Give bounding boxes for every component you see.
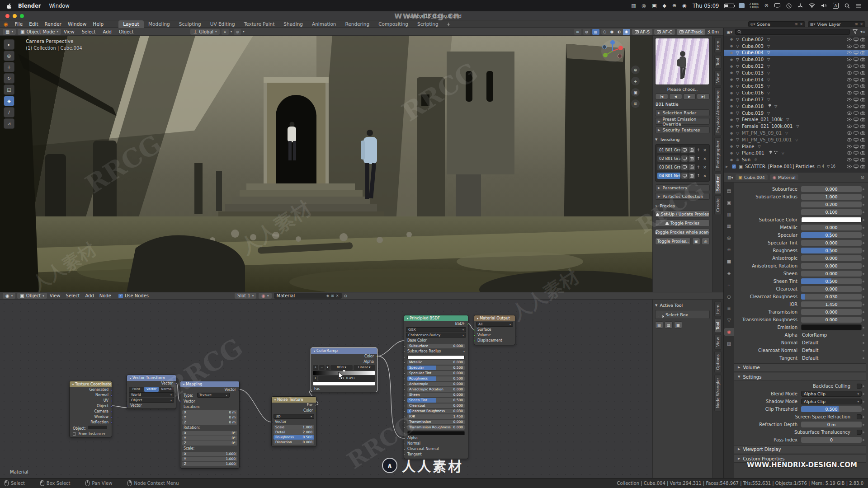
input-socket[interactable] — [474, 340, 475, 342]
tool-button[interactable]: ⊿ — [4, 118, 14, 129]
animate-dot[interactable] — [863, 350, 864, 352]
hide-viewport-eye-icon[interactable] — [847, 164, 852, 169]
hide-viewport-eye-icon[interactable] — [847, 78, 852, 82]
property-row[interactable]: Anisotropic 0.000 — [734, 254, 866, 262]
disable-render-camera-icon[interactable] — [860, 51, 865, 55]
disable-viewport-screen-icon[interactable] — [854, 164, 859, 169]
principled-input-row[interactable]: Specular0.500 — [404, 365, 468, 371]
disable-viewport-screen-icon[interactable] — [854, 138, 859, 142]
input-socket[interactable] — [127, 405, 128, 407]
autofocus-button[interactable]: AF-S — [632, 29, 652, 35]
node-menu-item[interactable]: View — [47, 293, 63, 298]
viewport-canvas[interactable]: Camera Perspective (1) Collection | Cube… — [0, 36, 652, 292]
new-scene-button[interactable]: ⊞ — [795, 22, 798, 26]
tool-button[interactable]: ↻ — [4, 73, 14, 84]
hide-viewport-eye-icon[interactable] — [847, 57, 852, 61]
viewport-menu-item[interactable]: Add — [100, 29, 114, 34]
shield-icon[interactable]: ◆ — [663, 3, 666, 9]
outliner-row[interactable]: ● ▽ Plane.001 ▽ — [724, 150, 868, 157]
data-icon[interactable]: ▽ — [782, 151, 784, 155]
input-socket[interactable] — [404, 399, 405, 402]
from-instancer-row[interactable]: From Instancer — [70, 432, 112, 437]
disable-render-camera-icon[interactable] — [860, 38, 865, 42]
navigation-gizmo[interactable] — [601, 39, 624, 63]
output-socket[interactable] — [376, 361, 377, 363]
principled-input-row[interactable] — [404, 430, 468, 436]
setting-row[interactable]: Blend Mode Alpha Clip▾ — [734, 390, 866, 398]
output-socket[interactable] — [111, 389, 112, 391]
control-center-icon[interactable] — [856, 4, 862, 8]
property-row[interactable]: Sheen 0.000 — [734, 270, 866, 277]
tool-option-icon-2[interactable]: ▥ — [665, 321, 673, 328]
input-socket[interactable] — [404, 437, 405, 440]
output-socket[interactable] — [111, 411, 112, 413]
object-type-icon[interactable]: ▽ — [735, 124, 741, 129]
workspace-tab[interactable]: Compositing — [374, 20, 413, 28]
wireframe-shading-button[interactable]: ○ — [601, 29, 609, 35]
outliner-row[interactable]: ● ▽ Cube.012 ▽ — [724, 63, 868, 70]
disable-viewport-screen-icon[interactable] — [854, 111, 859, 115]
disable-viewport-screen-icon[interactable] — [854, 38, 859, 42]
outliner-row[interactable]: ● ▽ Female_021_100k.001 ▽ — [724, 123, 868, 130]
properties-tab[interactable]: ▥ — [724, 211, 734, 218]
object-type-icon[interactable]: ☼ — [735, 158, 741, 162]
disable-render-camera-icon[interactable] — [860, 57, 865, 61]
outliner-row[interactable]: ● ▽ Cube.015 ▽ — [724, 83, 868, 90]
outliner-row[interactable]: ● ▽ Cube.013 ▽ — [724, 70, 868, 76]
disable-viewport-screen-icon[interactable] — [854, 44, 859, 48]
properties-tab[interactable]: ◈ — [724, 269, 734, 277]
properties-tab[interactable]: ◎ — [724, 234, 734, 242]
mapping-value-slider[interactable]: Z0 m — [182, 420, 237, 425]
tool-button[interactable]: ◎ — [4, 51, 14, 61]
animate-dot[interactable] — [863, 311, 864, 313]
hide-viewport-eye-icon[interactable] — [847, 98, 852, 102]
scatter-list-item[interactable]: 01 B01 Gras.. ↑ × — [656, 146, 708, 154]
properties-tab[interactable]: ◉ — [724, 328, 734, 336]
shader-type-dropdown[interactable]: ▣Object▾ — [17, 293, 47, 299]
property-row[interactable]: Clearcoat 0.000 — [734, 285, 866, 293]
sidebar-tab[interactable]: Options — [714, 351, 722, 373]
data-icon[interactable]: ▽ — [767, 57, 770, 61]
toggle-proxies-more-button[interactable]: Toggle Proxies.. — [655, 238, 691, 245]
asset-name[interactable]: B01 Nettle — [656, 102, 710, 107]
animate-dot[interactable] — [863, 342, 864, 344]
animate-dot[interactable] — [863, 288, 864, 290]
snap-toggle[interactable]: ∪ — [222, 29, 229, 35]
animate-dot[interactable] — [863, 196, 864, 198]
traffic-lights[interactable] — [5, 14, 24, 18]
toggle-option[interactable]: Normal — [159, 387, 174, 392]
hide-viewport-eye-icon[interactable] — [847, 84, 852, 88]
outliner-row[interactable]: ● ▽ Female_021_100k ▽ — [724, 117, 868, 123]
outliner-row[interactable]: ● ▽ Cube.017 ▽ — [724, 96, 868, 103]
input-socket[interactable] — [404, 416, 405, 418]
object-type-icon[interactable]: ▽ — [735, 51, 741, 55]
property-row[interactable]: Clearcoat Normal Default — [734, 347, 866, 354]
viewport-visibility-icon[interactable] — [681, 173, 688, 179]
input-socket[interactable] — [404, 372, 405, 375]
wifi-icon[interactable] — [809, 3, 815, 8]
input-source-icon[interactable]: A — [833, 3, 839, 9]
property-row[interactable]: Tangent Default — [734, 354, 866, 362]
setting-row[interactable]: Shadow Mode Alpha Clip▾ — [734, 398, 866, 405]
tweaking-section-header[interactable]: ▼Tweaking — [655, 136, 710, 143]
sidebar-tab[interactable]: Scatter — [714, 173, 722, 194]
unlink-material-icon[interactable]: × — [336, 294, 339, 298]
input-socket[interactable] — [311, 388, 312, 390]
noise-param-slider[interactable]: Detail2.000 — [274, 430, 314, 435]
render-visibility-icon[interactable] — [689, 164, 695, 170]
breadcrumb-object[interactable]: ▣Cube.004 — [736, 174, 768, 180]
ramp-options-button[interactable]: ▾ — [326, 365, 330, 370]
scatter-list-item[interactable]: 02 B01 Gras.. ↑ × — [656, 155, 708, 163]
disable-render-camera-icon[interactable] — [860, 78, 865, 82]
sidebar-section-header[interactable]: ▶Particles Collection — [655, 193, 710, 200]
properties-tab[interactable]: ▤ — [724, 187, 734, 195]
viewport-menu-item[interactable]: Select — [79, 29, 99, 34]
input-socket[interactable] — [404, 340, 405, 342]
tool-button[interactable]: ◱ — [4, 84, 14, 95]
sidebar-tab[interactable]: Physical Atmosphere — [714, 87, 722, 136]
disable-render-camera-icon[interactable] — [860, 104, 865, 108]
output-socket[interactable] — [315, 410, 316, 412]
proxy-button[interactable]: Set-Up / Update Proxies — [655, 211, 710, 218]
disable-render-camera-icon[interactable] — [860, 91, 865, 95]
disable-viewport-screen-icon[interactable] — [854, 124, 859, 128]
